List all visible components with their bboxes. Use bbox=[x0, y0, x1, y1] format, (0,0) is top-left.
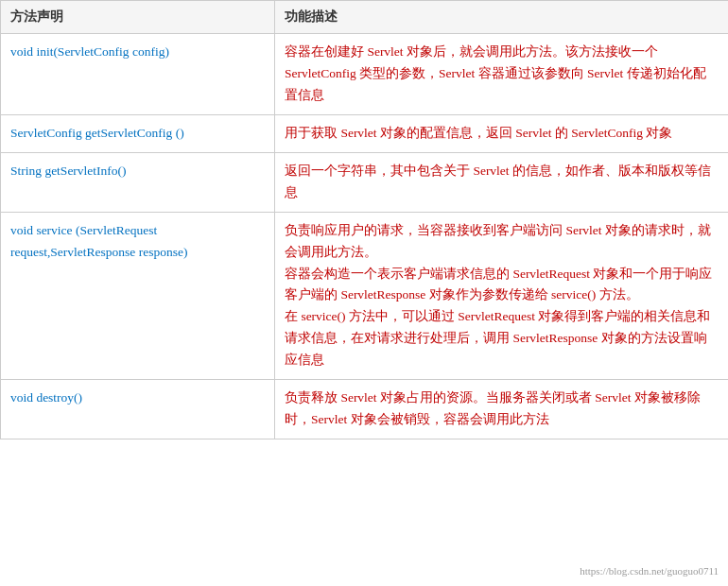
table-row: void service (ServletRequest request,Ser… bbox=[1, 212, 729, 380]
description-cell: 返回一个字符串，其中包含关于 Servlet 的信息，如作者、版本和版权等信息 bbox=[275, 152, 729, 212]
table-row: String getServletInfo()返回一个字符串，其中包含关于 Se… bbox=[1, 152, 729, 212]
table-row: void destroy()负责释放 Servlet 对象占用的资源。当服务器关… bbox=[1, 380, 729, 440]
method-cell: String getServletInfo() bbox=[1, 152, 275, 212]
method-cell: void init(ServletConfig config) bbox=[1, 34, 275, 115]
header-method: 方法声明 bbox=[1, 1, 275, 34]
method-cell: void service (ServletRequest request,Ser… bbox=[1, 212, 275, 380]
main-table: 方法声明 功能描述 void init(ServletConfig config… bbox=[0, 0, 728, 440]
description-cell: 负责释放 Servlet 对象占用的资源。当服务器关闭或者 Servlet 对象… bbox=[275, 380, 729, 440]
method-cell: ServletConfig getServletConfig () bbox=[1, 114, 275, 152]
table-row: ServletConfig getServletConfig ()用于获取 Se… bbox=[1, 114, 729, 152]
description-cell: 用于获取 Servlet 对象的配置信息，返回 Servlet 的 Servle… bbox=[275, 114, 729, 152]
page-wrapper: 方法声明 功能描述 void init(ServletConfig config… bbox=[0, 0, 728, 586]
watermark: https://blog.csdn.net/guoguo0711 bbox=[580, 565, 719, 577]
method-cell: void destroy() bbox=[1, 380, 275, 440]
header-description: 功能描述 bbox=[275, 1, 729, 34]
description-cell: 容器在创建好 Servlet 对象后，就会调用此方法。该方法接收一个 Servl… bbox=[275, 34, 729, 115]
table-row: void init(ServletConfig config)容器在创建好 Se… bbox=[1, 34, 729, 115]
description-cell: 负责响应用户的请求，当容器接收到客户端访问 Servlet 对象的请求时，就会调… bbox=[275, 212, 729, 380]
